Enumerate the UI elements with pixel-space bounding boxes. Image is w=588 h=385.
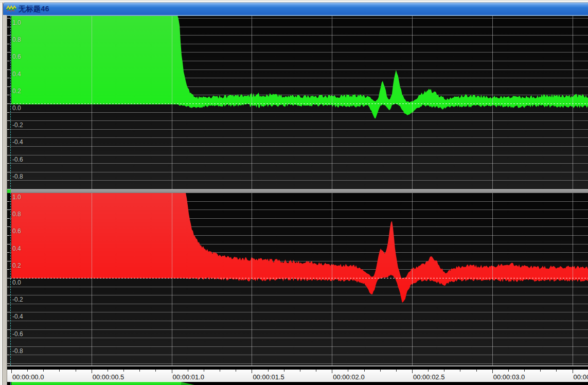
- time-minor-tick: [316, 370, 316, 372]
- waveform-zigzag-icon: [6, 5, 16, 13]
- time-major-tick: [252, 370, 252, 373]
- time-label: 00:00:03.0: [493, 373, 525, 381]
- selection-start-marker: [10, 382, 11, 385]
- time-minor-tick: [364, 370, 365, 372]
- right-channel-waveform-svg: [7, 193, 588, 365]
- time-minor-tick: [76, 370, 76, 372]
- time-major-tick: [412, 370, 413, 373]
- time-ruler[interactable]: 00:00:00.000:00:00.500:00:01.000:00:01.5…: [7, 370, 588, 381]
- time-minor-tick: [27, 370, 28, 372]
- time-minor-tick: [476, 370, 477, 372]
- title-bar[interactable]: 无标题46: [3, 3, 588, 15]
- time-minor-tick: [540, 370, 541, 372]
- overview-taper: [181, 382, 194, 385]
- time-minor-tick: [460, 370, 460, 372]
- file-overview-strip[interactable]: [7, 382, 588, 385]
- time-minor-tick: [188, 370, 188, 372]
- left-channel-waveform-svg: [7, 16, 588, 189]
- time-minor-tick: [284, 370, 284, 372]
- time-major-tick: [573, 370, 573, 373]
- channel-splitter[interactable]: [7, 189, 588, 193]
- time-major-tick: [332, 370, 332, 373]
- time-minor-tick: [380, 370, 381, 372]
- time-major-tick: [92, 370, 92, 373]
- time-label: 00:00:01.5: [253, 373, 284, 381]
- window-left-frame: [0, 3, 7, 385]
- time-minor-tick: [108, 370, 108, 372]
- time-minor-tick: [556, 370, 557, 372]
- time-label: 00:00:00.0: [12, 373, 44, 381]
- time-label: 00:00:02.0: [333, 373, 364, 381]
- overview-filled-region: [11, 382, 181, 385]
- selection-start-marker[interactable]: [10, 16, 11, 189]
- time-minor-tick: [123, 370, 124, 372]
- time-minor-tick: [220, 370, 220, 372]
- time-minor-tick: [524, 370, 525, 372]
- right-channel-panel[interactable]: 1.00.80.60.40.20.0-0.2-0.4-0.6-0.8: [7, 193, 588, 365]
- left-channel-panel[interactable]: 1.00.80.60.40.20.0-0.2-0.4-0.6-0.8: [7, 16, 588, 189]
- right-channel-waveform: [11, 193, 588, 303]
- time-minor-tick: [268, 370, 269, 372]
- time-minor-tick: [428, 370, 429, 372]
- left-channel-waveform: [11, 16, 588, 118]
- time-minor-tick: [508, 370, 509, 372]
- time-label: 00:00:01.0: [173, 373, 204, 381]
- time-minor-tick: [204, 370, 204, 372]
- time-major-tick: [11, 370, 12, 373]
- time-minor-tick: [139, 370, 140, 372]
- time-label: 00:00:03.5: [574, 373, 588, 381]
- sound-window: 无标题46 1.00.80.60.40.20.0-0.2-0.4-0.6-0.8…: [0, 0, 588, 385]
- time-minor-tick: [348, 370, 348, 372]
- window-title: 无标题46: [19, 5, 49, 14]
- time-minor-tick: [43, 370, 44, 372]
- time-minor-tick: [300, 370, 300, 372]
- time-minor-tick: [444, 370, 444, 372]
- selection-start-marker[interactable]: [10, 193, 11, 365]
- time-minor-tick: [59, 370, 60, 372]
- splitter-handle[interactable]: [7, 189, 11, 193]
- time-major-tick: [172, 370, 172, 373]
- time-label: 00:00:02.5: [413, 373, 444, 381]
- time-minor-tick: [396, 370, 397, 372]
- time-major-tick: [492, 370, 493, 373]
- time-minor-tick: [236, 370, 236, 372]
- time-label: 00:00:00.5: [93, 373, 124, 381]
- time-minor-tick: [155, 370, 156, 372]
